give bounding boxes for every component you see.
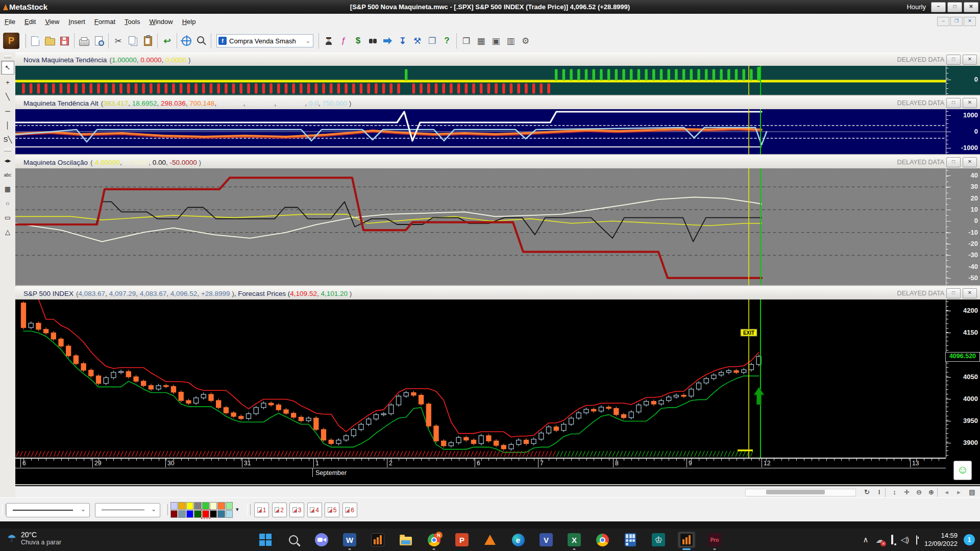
copy-icon[interactable]: [126, 34, 140, 48]
line-style-select[interactable]: ⌄: [6, 503, 90, 517]
page-right-button[interactable]: ▸: [953, 487, 964, 497]
smiley-icon[interactable]: ☺: [953, 461, 972, 480]
panel-maximize-button[interactable]: □: [946, 98, 961, 108]
taskbar-icon-vlc[interactable]: [481, 532, 499, 548]
context-help-icon[interactable]: ?: [440, 34, 454, 48]
trendline-tool[interactable]: ╲: [2, 90, 14, 103]
rectangle-tool[interactable]: ▭: [2, 211, 14, 224]
panel-tendencia[interactable]: 0: [15, 66, 980, 95]
panel-close-button[interactable]: ✕: [963, 55, 977, 65]
layout-template-button-4[interactable]: 4: [307, 503, 322, 517]
save-chart-icon[interactable]: [58, 34, 71, 48]
horizontal-scrollbar[interactable]: [745, 489, 856, 496]
chart-window-icon[interactable]: ▣: [489, 34, 503, 48]
expert-advisor-icon[interactable]: $: [351, 34, 365, 48]
menu-item-view[interactable]: View: [40, 14, 64, 29]
panel-close-button[interactable]: ✕: [963, 98, 977, 108]
zoom-out-button[interactable]: ⊖: [914, 487, 924, 497]
plot-area[interactable]: [15, 109, 946, 154]
panel-price-chart[interactable]: EXIT4200415040504000395039004096.520: [15, 299, 980, 458]
panel-oscilacao[interactable]: 403020100-10-20-30-40-50: [15, 168, 980, 285]
menu-item-help[interactable]: Help: [178, 14, 201, 29]
pan-button[interactable]: ✛: [901, 487, 912, 497]
bar-spacing-button[interactable]: Ι: [874, 487, 885, 497]
taskbar-icon-video-call[interactable]: [313, 532, 330, 548]
menu-item-insert[interactable]: Insert: [64, 14, 90, 29]
tray-chevron-icon[interactable]: ∧: [863, 535, 868, 544]
window-settings-icon[interactable]: ⚙: [519, 34, 532, 48]
color-swatch[interactable]: [170, 510, 178, 518]
color-swatch[interactable]: [186, 510, 193, 518]
panel-maximize-button[interactable]: □: [946, 157, 961, 167]
triangle-tool[interactable]: △: [2, 226, 14, 238]
data-window-button[interactable]: ▤: [967, 487, 977, 497]
layout-template-button-5[interactable]: 5: [325, 503, 339, 517]
color-swatch[interactable]: [170, 502, 178, 510]
expert-combo[interactable]: f Compra Venda Smash ⌄: [216, 34, 313, 47]
taskbar-icon-search[interactable]: [285, 532, 302, 548]
open-chart-icon[interactable]: [43, 34, 57, 48]
taskbar-icon-powerpoint[interactable]: P: [453, 532, 471, 548]
vertical-scale-button[interactable]: ↕: [889, 487, 900, 497]
taskbar-icon-file-explorer[interactable]: [397, 532, 414, 548]
vertical-line-tool[interactable]: │: [2, 119, 14, 132]
maximize-button[interactable]: □: [947, 2, 962, 12]
panel-close-button[interactable]: ✕: [963, 157, 977, 167]
refresh-button[interactable]: ↻: [862, 487, 872, 497]
paste-icon[interactable]: [141, 34, 155, 48]
notification-badge[interactable]: 1: [964, 534, 975, 545]
clock[interactable]: 14:59 12/09/2022: [924, 532, 958, 548]
taskbar-icon-start[interactable]: [257, 532, 274, 548]
taskbar-icon-excel[interactable]: X: [566, 532, 583, 548]
layout-template-button-6[interactable]: 6: [342, 503, 357, 517]
taskbar-icon-edge[interactable]: e: [509, 532, 527, 548]
color-swatch[interactable]: [210, 510, 217, 518]
taskbar-icon-calculator[interactable]: [622, 532, 639, 548]
menu-item-edit[interactable]: Edit: [20, 14, 40, 29]
panel-close-button[interactable]: ✕: [963, 288, 977, 298]
palette-dropdown-arrow[interactable]: ▾: [236, 506, 239, 513]
page-left-button[interactable]: ◂: [941, 487, 952, 497]
system-tester-icon[interactable]: ⚒: [410, 34, 424, 48]
mdi-restore-button[interactable]: ❐: [950, 17, 963, 26]
taskbar-icon-metastock[interactable]: [369, 532, 386, 548]
zoom-in-button[interactable]: ⊕: [926, 487, 937, 497]
cascade-windows-icon[interactable]: ❒: [459, 34, 473, 48]
scroll-tool[interactable]: ◂▸: [2, 154, 14, 167]
mdi-close-button[interactable]: ✕: [964, 17, 976, 26]
color-swatch[interactable]: [217, 502, 225, 510]
color-swatch[interactable]: [194, 510, 201, 518]
layout-template-button-1[interactable]: 1: [254, 503, 269, 517]
menu-item-tools[interactable]: Tools: [120, 14, 144, 29]
layout-template-button-2[interactable]: 2: [272, 503, 287, 517]
zoom-selection-icon[interactable]: [194, 34, 208, 48]
tile-windows-icon[interactable]: ▦: [474, 34, 488, 48]
layout-template-button-3[interactable]: 3: [289, 503, 304, 517]
battery-icon[interactable]: [916, 535, 917, 545]
crosshair-pointer-icon[interactable]: [180, 34, 193, 48]
taskbar-icon-chrome[interactable]: N: [425, 532, 443, 548]
the-explorer-icon[interactable]: [322, 34, 335, 48]
taskbar-icon-metastock-pro[interactable]: Pro: [706, 532, 723, 548]
color-swatch[interactable]: [178, 502, 185, 510]
p-logo-icon[interactable]: P: [3, 33, 19, 49]
panel-tendencia-alt[interactable]: 10000-1000: [15, 109, 980, 154]
volume-icon[interactable]: ◁): [900, 535, 909, 544]
mdi-minimize-button[interactable]: –: [937, 17, 949, 26]
crosshair-tool[interactable]: +: [2, 76, 14, 89]
plot-area[interactable]: [15, 168, 946, 285]
indicator-window-icon[interactable]: ❐: [425, 34, 439, 48]
taskbar-icon-chess[interactable]: ♔: [650, 532, 667, 548]
color-swatch[interactable]: [186, 502, 193, 510]
taskbar-icon-chrome-profile-2[interactable]: [594, 532, 611, 548]
onedrive-error-icon[interactable]: ☁: [875, 535, 884, 545]
color-swatch[interactable]: [202, 502, 209, 510]
panel-maximize-button[interactable]: □: [946, 288, 961, 298]
grid-tool[interactable]: ▦: [2, 183, 14, 195]
plot-area[interactable]: EXIT: [15, 299, 946, 458]
color-swatch[interactable]: [226, 502, 233, 510]
color-swatch[interactable]: [178, 510, 185, 518]
wifi-icon[interactable]: [891, 535, 893, 544]
indicator-builder-icon[interactable]: ƒ: [336, 34, 350, 48]
color-swatch[interactable]: [210, 502, 217, 510]
